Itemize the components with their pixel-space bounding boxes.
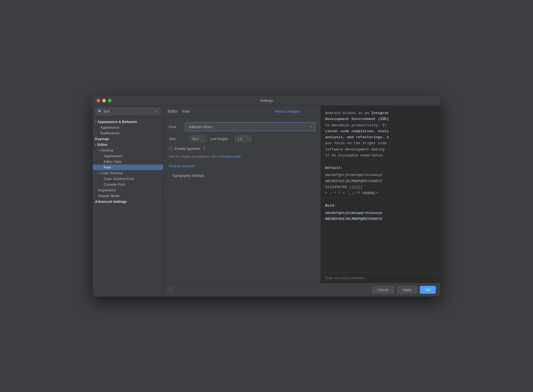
- sidebar-item-label: General: [101, 148, 113, 152]
- bottom-bar: ? Cancel Apply OK: [163, 283, 440, 296]
- sidebar-item-label: Console Font: [104, 182, 125, 186]
- arrow-icon: ▾: [95, 143, 96, 146]
- cancel-button[interactable]: Cancel: [372, 286, 394, 294]
- sidebar-tree: ▾ Appearance & Behavior Appearance Notif…: [93, 117, 163, 296]
- sidebar-item-label: Keymap: [95, 137, 109, 141]
- typography-section[interactable]: › Typography Settings: [169, 172, 315, 179]
- search-input[interactable]: [104, 109, 155, 113]
- settings-header: Editor › Font Revert changes ← →: [163, 106, 321, 117]
- size-label: Size:: [169, 137, 185, 141]
- font-row: Font: JetBrains Mono ▾: [169, 122, 315, 131]
- titlebar: Settings: [93, 96, 440, 106]
- sidebar-item-color-scheme-font[interactable]: Color Scheme Font: [93, 176, 163, 182]
- back-arrow[interactable]: ←: [302, 109, 308, 114]
- info-text-content: See line height and ligatures also in: [169, 155, 220, 159]
- sidebar-item-editor[interactable]: ▾ Editor: [93, 142, 163, 147]
- sidebar-item-label: Advanced Settings: [95, 200, 127, 204]
- restore-defaults-link[interactable]: Restore defaults: [169, 164, 195, 168]
- bottom-left: ?: [168, 287, 174, 293]
- minimize-button[interactable]: [102, 99, 106, 102]
- search-wrapper: 🔍 ✕: [96, 108, 160, 115]
- ligatures-row: Enable ligatures ❓: [169, 147, 315, 151]
- inspect-icon: ▭: [158, 188, 161, 192]
- sidebar-item-editor-tabs[interactable]: Editor Tabs: [93, 159, 163, 165]
- sidebar-item-advanced-settings[interactable]: Advanced Settings: [93, 199, 163, 204]
- sidebar-item-label: Color Scheme: [101, 171, 123, 175]
- preview-line-5: analysis, and refactorings, a: [325, 134, 436, 140]
- preview-line-1: Android Studio is an Integrat: [325, 110, 436, 116]
- preview-lower: abcdefghijklmnopqrstuvwxyz: [325, 172, 436, 178]
- sidebar-item-label: Appearance: [104, 154, 123, 158]
- breadcrumb-current: Font: [182, 109, 190, 113]
- reader-mode-link[interactable]: Reader mode: [221, 155, 241, 159]
- sidebar-item-appearance-sub[interactable]: Appearance: [93, 153, 163, 159]
- preview-line-2: Development Environment (IDE): [325, 116, 436, 122]
- preview-pane: Android Studio is an Integrat Developmen…: [321, 106, 440, 283]
- sidebar-item-general[interactable]: ▾ General: [93, 147, 163, 153]
- sidebar-item-label: Reader Mode: [98, 194, 158, 198]
- arrow-icon: ▾: [98, 172, 100, 175]
- breadcrumb: Editor › Font: [168, 109, 190, 113]
- sidebar-item-label: Color Scheme Font: [104, 177, 134, 181]
- sidebar-item-inspections[interactable]: Inspections ▭: [93, 187, 163, 193]
- sidebar-item-appearance[interactable]: Appearance: [93, 125, 163, 130]
- help-question-icon[interactable]: ❓: [202, 147, 207, 151]
- search-clear-icon[interactable]: ✕: [155, 110, 158, 113]
- sidebar-item-appearance-behavior[interactable]: ▾ Appearance & Behavior: [93, 119, 163, 125]
- sidebar-item-reader-mode[interactable]: Reader Mode ▭: [93, 193, 163, 199]
- font-dropdown[interactable]: JetBrains Mono ▾: [185, 122, 315, 131]
- ligatures-checkbox[interactable]: [169, 147, 173, 151]
- search-icon: 🔍: [98, 110, 102, 113]
- font-label: Font:: [169, 125, 185, 129]
- settings-window: Settings 🔍 ✕ ▾ Appearance & Behavior: [93, 96, 440, 296]
- preview-bold-block: Bold: abcdefghijklmnopqrstuvwxyz ABCDEFG…: [325, 203, 436, 222]
- main-content: 🔍 ✕ ▾ Appearance & Behavior Appearance N…: [93, 106, 440, 296]
- sidebar-item-label: Inspections: [98, 188, 158, 192]
- sidebar: 🔍 ✕ ▾ Appearance & Behavior Appearance N…: [93, 106, 163, 296]
- forward-arrow[interactable]: →: [310, 109, 316, 114]
- sidebar-item-keymap[interactable]: Keymap: [93, 136, 163, 142]
- preview-line-7: software development making: [325, 147, 436, 153]
- preview-default-block: Default: abcdefghijklmnopqrstuvwxyz ABCD…: [325, 165, 436, 196]
- form-content: Font: JetBrains Mono ▾ Size: Line height…: [163, 117, 321, 283]
- maximize-button[interactable]: [108, 99, 112, 102]
- ok-button[interactable]: OK: [420, 286, 436, 294]
- sidebar-item-font[interactable]: Font: [93, 165, 163, 170]
- size-input[interactable]: [189, 135, 206, 142]
- sidebar-item-notifications[interactable]: Notifications: [93, 130, 163, 136]
- preview-text-input[interactable]: [325, 276, 436, 280]
- preview-line-3: to maximize productivity. It: [325, 122, 436, 128]
- sidebar-item-label: Appearance & Behavior: [97, 120, 137, 124]
- ligatures-label: Enable ligatures: [175, 147, 200, 151]
- typography-label: Typography Settings: [172, 173, 204, 178]
- preview-default-label: Default:: [325, 165, 436, 171]
- line-height-input[interactable]: [235, 135, 251, 142]
- sidebar-item-label: Font: [104, 165, 111, 169]
- sidebar-item-label: Notifications: [100, 131, 120, 135]
- settings-area: Editor › Font Revert changes ← →: [163, 106, 440, 283]
- size-row: Size: Line height:: [169, 135, 315, 142]
- preview-description: Android Studio is an Integrat Developmen…: [325, 110, 436, 159]
- info-text: See line height and ligatures also in Re…: [169, 154, 315, 159]
- sidebar-item-console-font[interactable]: Console Font: [93, 182, 163, 187]
- close-button[interactable]: [97, 99, 100, 102]
- preview-input-area: [321, 272, 440, 283]
- preview-line-6: you focus on the bright side: [325, 140, 436, 146]
- preview-line-4: clever code completion, stati: [325, 128, 436, 134]
- help-button[interactable]: ?: [168, 287, 174, 293]
- sidebar-item-color-scheme[interactable]: ▾ Color Scheme: [93, 170, 163, 176]
- window-controls: [97, 99, 112, 102]
- revert-changes-link[interactable]: Revert changes: [275, 109, 300, 113]
- settings-form: Editor › Font Revert changes ← →: [163, 106, 321, 283]
- typography-arrow-icon: ›: [169, 174, 170, 177]
- apply-button[interactable]: Apply: [397, 286, 417, 294]
- sidebar-item-label: Editor Tabs: [104, 160, 121, 164]
- breadcrumb-parent: Editor: [168, 109, 178, 113]
- right-pane: Editor › Font Revert changes ← →: [163, 106, 440, 296]
- preview-symbols: + - * / = .,;:!? #&$%@|^: [325, 190, 436, 196]
- window-title: Settings: [260, 99, 273, 103]
- preview-line-8: it an enjoyable experience.: [325, 153, 436, 159]
- reader-icon: ▭: [158, 194, 161, 198]
- arrow-icon: ▾: [95, 120, 96, 123]
- preview-bold-upper: ABCDEFGHIJKLMNOPQRSTUVWXYZ: [325, 216, 436, 222]
